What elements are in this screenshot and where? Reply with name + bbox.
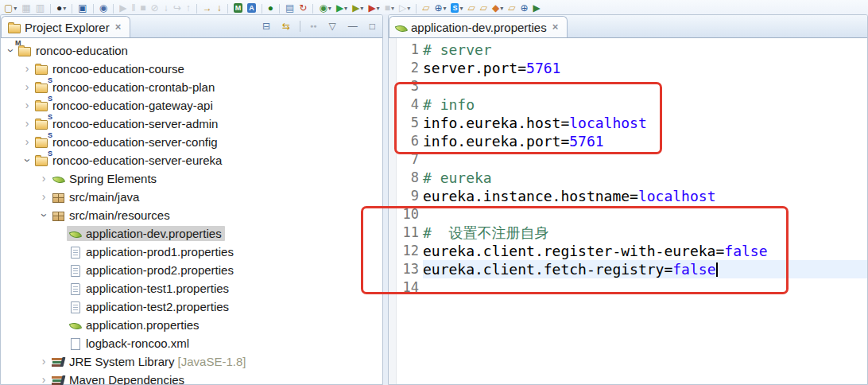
tree-item-src-main-resources[interactable]: ›src/main/resources <box>1 206 382 224</box>
editor-line-13[interactable]: 13eureka.client.fetch-registry=false <box>397 260 867 278</box>
external-tools-icon[interactable]: ◆▾ <box>490 2 505 14</box>
code-text[interactable]: # eureka <box>423 169 867 187</box>
coverage-run-icon[interactable]: ▶▾ <box>351 2 365 14</box>
dropdown-arrow-icon[interactable]: ▾ <box>377 5 380 12</box>
code-text[interactable]: info.eureka.host=localhost <box>423 114 867 132</box>
line-number[interactable]: 12 <box>397 242 423 260</box>
dropdown-arrow-icon[interactable]: ▾ <box>63 5 66 12</box>
tree-item-application-prod2-properties[interactable]: application-prod2.properties <box>1 261 382 279</box>
expand-arrow-icon[interactable]: › <box>21 78 33 96</box>
tree-item-roncoo-education-server-config[interactable]: ›Sroncoo-education-server-config <box>1 133 382 151</box>
editor-line-10[interactable]: 10 <box>397 205 867 224</box>
annotation-a-icon[interactable]: A <box>246 2 258 14</box>
maven-build-icon[interactable]: M <box>232 2 245 14</box>
close-icon[interactable]: × <box>551 21 560 33</box>
editor-line-5[interactable]: 5info.eureka.host=localhost <box>397 114 867 132</box>
debug-icon[interactable]: ◉▾ <box>317 2 333 14</box>
line-number[interactable]: 2 <box>397 59 423 77</box>
code-text[interactable]: eureka.instance.hostname=localhost <box>423 187 867 205</box>
link-with-editor-icon[interactable]: ⇆ <box>281 20 292 33</box>
code-text[interactable]: # 设置不注册自身 <box>423 224 867 242</box>
dropdown-arrow-icon[interactable]: ▾ <box>328 5 331 12</box>
web-browser-icon[interactable]: ⊕▾ <box>432 2 448 14</box>
code-text[interactable] <box>423 150 867 169</box>
editor-line-8[interactable]: 8# eureka <box>397 169 867 187</box>
text-editor[interactable]: 1# server2server.port=576134# info5info.… <box>389 38 867 384</box>
open-folder-2-icon[interactable]: ▱ <box>466 2 476 14</box>
code-text[interactable]: info.eureka.port=5761 <box>423 132 867 150</box>
tree-item-src-main-java[interactable]: ›src/main/java <box>1 188 382 206</box>
editor-line-1[interactable]: 1# server <box>397 41 867 59</box>
code-text[interactable]: # server <box>423 41 867 59</box>
open-folder-4-icon[interactable]: ▱ <box>506 2 517 14</box>
tree-item-maven-dependencies[interactable]: ›Maven Dependencies <box>1 371 382 385</box>
dropdown-arrow-icon[interactable]: ▾ <box>459 5 463 12</box>
editor-line-6[interactable]: 6info.eureka.port=5761 <box>397 132 867 150</box>
last-edit-location-icon[interactable]: ↓ <box>215 2 223 14</box>
editor-line-7[interactable]: 7 <box>397 150 867 169</box>
spring-s-icon[interactable]: S▾ <box>449 2 464 14</box>
expand-arrow-icon[interactable]: › <box>21 115 33 133</box>
run-icon[interactable]: ▶▾ <box>335 2 349 14</box>
editor-line-14[interactable]: 14 <box>397 278 867 297</box>
tree-item-spring-elements[interactable]: ›Spring Elements <box>1 169 382 188</box>
close-icon[interactable]: × <box>114 21 123 33</box>
dropdown-arrow-icon[interactable]: ▾ <box>391 5 394 12</box>
dropdown-arrow-icon[interactable]: ▾ <box>360 5 363 12</box>
code-text[interactable]: # info <box>423 95 867 114</box>
line-number[interactable]: 9 <box>397 187 423 205</box>
open-page-icon[interactable]: ▤ <box>284 2 296 14</box>
dropdown-arrow-icon[interactable]: ▾ <box>344 5 347 12</box>
maximize-icon[interactable]: □ <box>368 20 377 33</box>
line-number[interactable]: 3 <box>397 77 423 95</box>
expand-arrow-icon[interactable]: › <box>21 96 33 115</box>
tree-item-roncoo-education-course[interactable]: ›roncoo-education-course <box>1 60 382 78</box>
code-text[interactable] <box>423 205 867 224</box>
coverage-ball-icon[interactable]: ●▾ <box>55 2 68 14</box>
focus-task-icon[interactable]: ●● <box>308 20 318 33</box>
annotation-ruler[interactable] <box>389 38 397 384</box>
tree-item-application-properties[interactable]: application.properties <box>1 316 382 334</box>
open-folder-3-icon[interactable]: ▱ <box>479 2 489 14</box>
expand-arrow-icon[interactable]: › <box>37 352 50 371</box>
tree-item-roncoo-education[interactable]: ›Mroncoo-education <box>1 41 382 60</box>
open-folder-1-icon[interactable]: ▱ <box>420 2 431 14</box>
editor-line-2[interactable]: 2server.port=5761 <box>397 59 867 77</box>
tab-project-explorer[interactable]: Project Explorer × <box>1 16 130 37</box>
expand-arrow-icon[interactable]: › <box>37 188 50 206</box>
tree-item-application-prod1-properties[interactable]: application-prod1.properties <box>1 243 382 261</box>
console-icon[interactable]: ▣ <box>76 2 88 14</box>
editor-line-3[interactable]: 3 <box>397 77 867 95</box>
line-number[interactable]: 1 <box>397 41 423 59</box>
line-number[interactable]: 13 <box>397 260 423 278</box>
code-text[interactable] <box>423 278 867 297</box>
expand-arrow-icon[interactable]: › <box>21 60 33 78</box>
code-text[interactable] <box>423 77 867 95</box>
line-number[interactable]: 7 <box>397 150 423 169</box>
dropdown-arrow-icon[interactable]: ▾ <box>407 5 410 12</box>
dropdown-arrow-icon[interactable]: ▾ <box>14 5 17 12</box>
expand-arrow-icon[interactable]: › <box>21 133 33 151</box>
line-number[interactable]: 11 <box>397 224 423 242</box>
code-text[interactable]: server.port=5761 <box>423 59 867 77</box>
minimize-icon[interactable]: — <box>347 20 359 33</box>
view-menu-icon[interactable]: ▽ <box>327 20 338 33</box>
code-text[interactable]: eureka.client.register-with-eureka=false <box>423 242 867 260</box>
code-text[interactable]: eureka.client.fetch-registry=false <box>423 260 867 278</box>
line-number[interactable]: 4 <box>397 95 423 114</box>
editor-line-12[interactable]: 12eureka.client.register-with-eureka=fal… <box>397 242 867 260</box>
expand-arrow-icon[interactable]: › <box>37 371 50 385</box>
record-icon[interactable]: ● <box>266 2 275 14</box>
tree-item-roncoo-education-server-eureka[interactable]: ›Sroncoo-education-server-eureka <box>1 151 382 169</box>
next-annotation-icon[interactable]: → <box>201 2 214 14</box>
tree-item-application-test1-properties[interactable]: application-test1.properties <box>1 279 382 298</box>
import-arrow-icon[interactable]: ▶ <box>532 2 542 14</box>
line-number[interactable]: 5 <box>397 114 423 132</box>
tree-item-roncoo-education-server-admin[interactable]: ›Sroncoo-education-server-admin <box>1 115 382 133</box>
tree-item-roncoo-education-gateway-api[interactable]: ›Sroncoo-education-gateway-api <box>1 96 382 115</box>
web-browser-2-icon[interactable]: ⊕ <box>518 2 529 14</box>
profile-icon[interactable]: ▶▾ <box>366 2 381 14</box>
editor-line-4[interactable]: 4# info <box>397 95 867 114</box>
dropdown-arrow-icon[interactable]: ▾ <box>500 5 503 12</box>
line-number[interactable]: 14 <box>397 278 423 297</box>
